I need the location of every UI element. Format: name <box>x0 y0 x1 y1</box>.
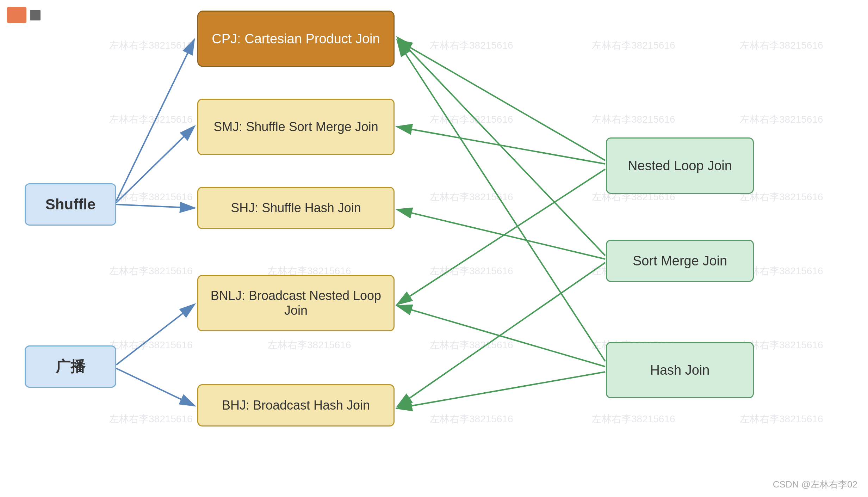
svg-line-7 <box>398 41 605 160</box>
watermark: 左林右李38215616 <box>430 264 513 278</box>
shj-node: SHJ: Shuffle Hash Join <box>197 187 395 229</box>
svg-line-12 <box>398 306 605 367</box>
watermark: 左林右李38215616 <box>430 338 513 352</box>
watermark: 左林右李38215616 <box>740 412 823 426</box>
diagram-container: 左林右李38215616 左林右李38215616 左林右李38215616 左… <box>0 0 868 497</box>
watermark: 左林右李38215616 <box>592 412 675 426</box>
csdn-watermark: CSDN @左林右李02 <box>773 478 857 491</box>
watermark: 左林右李38215616 <box>430 39 513 52</box>
sort-merge-join-node: Sort Merge Join <box>606 240 754 282</box>
bnlj-node: BNLJ: Broadcast Nested Loop Join <box>197 275 395 331</box>
watermark: 左林右李38215616 <box>109 39 193 52</box>
logo-gray-block <box>30 10 41 20</box>
cpj-node: CPJ: Cartesian Product Join <box>197 11 395 67</box>
nested-loop-join-node: Nested Loop Join <box>606 137 754 194</box>
hash-join-node: Hash Join <box>606 342 754 398</box>
svg-line-14 <box>398 42 605 361</box>
watermark: 左林右李38215616 <box>740 113 823 126</box>
shuffle-node: Shuffle <box>25 183 116 226</box>
watermark: 左林右李38215616 <box>109 412 193 426</box>
bhj-node: BHJ: Broadcast Hash Join <box>197 384 395 427</box>
svg-line-10 <box>398 210 605 259</box>
svg-line-5 <box>116 305 194 365</box>
watermark: 左林右李38215616 <box>430 190 513 204</box>
logo-area <box>7 7 41 23</box>
svg-line-8 <box>398 127 605 164</box>
watermark: 左林右李38215616 <box>430 412 513 426</box>
svg-line-11 <box>398 263 605 406</box>
smj-node: SMJ: Shuffle Sort Merge Join <box>197 99 395 155</box>
watermark: 左林右李38215616 <box>592 39 675 52</box>
watermark: 左林右李38215616 <box>109 190 193 204</box>
svg-line-2 <box>116 41 194 201</box>
watermark: 左林右李38215616 <box>109 264 193 278</box>
watermark: 左林右李38215616 <box>109 113 193 126</box>
svg-line-9 <box>398 169 605 304</box>
svg-line-3 <box>116 127 194 203</box>
logo-orange-block <box>7 7 26 23</box>
watermark: 左林右李38215616 <box>592 113 675 126</box>
watermark: 左林右李38215616 <box>268 338 351 352</box>
svg-line-15 <box>398 38 605 256</box>
svg-line-4 <box>116 204 194 208</box>
svg-line-13 <box>398 372 605 408</box>
svg-line-6 <box>116 368 194 405</box>
watermark: 左林右李38215616 <box>740 39 823 52</box>
guangbo-node: 广播 <box>25 345 116 388</box>
watermark: 左林右李38215616 <box>430 113 513 126</box>
watermark: 左林右李38215616 <box>109 338 193 352</box>
